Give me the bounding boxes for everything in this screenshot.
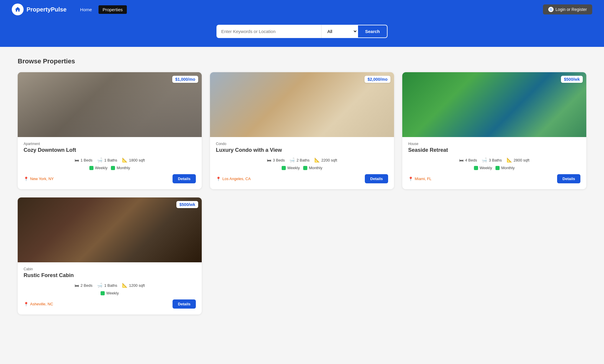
main-content: Browse Properties $1,000/mo Apartment Co… — [0, 47, 604, 325]
property-stats: 🛏 2 Beds 🛁 1 Baths 📐 1200 sqft — [24, 283, 196, 288]
sqft-stat: 📐 1200 sqft — [122, 283, 145, 288]
property-name: Cozy Downtown Loft — [24, 147, 196, 153]
baths-value: 1 Baths — [104, 158, 117, 162]
baths-stat: 🛁 1 Baths — [97, 157, 117, 163]
card-image: $500/wk — [18, 197, 202, 262]
rate-tag: Weekly — [282, 166, 300, 170]
rate-dot — [495, 166, 500, 170]
card-body: Cabin Rustic Forest Cabin 🛏 2 Beds 🛁 1 B… — [18, 262, 202, 314]
details-button[interactable]: Details — [173, 299, 196, 309]
property-stats: 🛏 4 Beds 🛁 3 Baths 📐 2800 sqft — [408, 157, 580, 163]
nav-links: Home Properties — [76, 5, 127, 14]
rate-dot — [303, 166, 307, 170]
price-badge: $500/wk — [176, 201, 198, 208]
rate-tag: Weekly — [101, 291, 119, 295]
bath-icon: 🛁 — [289, 157, 295, 163]
sqft-value: 2800 sqft — [514, 158, 530, 162]
location-icon: 📍 — [24, 177, 29, 181]
beds-stat: 🛏 1 Beds — [75, 157, 92, 163]
property-name: Rustic Forest Cabin — [24, 272, 196, 279]
bed-icon: 🛏 — [75, 283, 79, 288]
rate-dot — [89, 166, 93, 170]
bed-icon: 🛏 — [267, 158, 271, 163]
nav-link-properties[interactable]: Properties — [99, 5, 127, 14]
property-location: 📍 Los Angeles, CA — [216, 177, 251, 181]
property-location: 📍 Asheville, NC — [24, 302, 53, 307]
baths-stat: 🛁 1 Baths — [97, 283, 117, 288]
details-button[interactable]: Details — [557, 174, 580, 183]
beds-stat: 🛏 2 Beds — [75, 283, 92, 288]
card-footer: 📍 Los Angeles, CA Details — [216, 174, 388, 183]
rate-tag: Monthly — [303, 166, 322, 170]
property-stats: 🛏 1 Beds 🛁 1 Baths 📐 1800 sqft — [24, 157, 196, 163]
location-icon: 📍 — [408, 177, 413, 181]
nav-link-home[interactable]: Home — [76, 5, 96, 14]
beds-value: 2 Beds — [81, 283, 92, 288]
rate-tags: WeeklyMonthly — [408, 166, 580, 170]
sqft-stat: 📐 2800 sqft — [507, 157, 530, 163]
details-button[interactable]: Details — [173, 174, 196, 183]
search-bar: All Apartment Condo House Cabin Search — [216, 25, 388, 38]
property-card: $500/wk Cabin Rustic Forest Cabin 🛏 2 Be… — [18, 197, 202, 314]
property-card: $1,000/mo Apartment Cozy Downtown Loft 🛏… — [18, 72, 202, 189]
rate-label: Weekly — [480, 166, 492, 170]
location-icon: 📍 — [24, 302, 29, 307]
baths-value: 2 Baths — [296, 158, 309, 162]
property-image — [18, 197, 202, 262]
rate-dot — [101, 291, 105, 295]
property-image — [402, 72, 586, 137]
beds-stat: 🛏 3 Beds — [267, 157, 285, 163]
rate-label: Monthly — [309, 166, 322, 170]
beds-value: 1 Beds — [81, 158, 92, 162]
price-badge: $500/wk — [561, 76, 583, 83]
baths-stat: 🛁 3 Baths — [482, 157, 502, 163]
brand-logo[interactable]: PropertyPulse — [12, 4, 67, 15]
beds-value: 4 Beds — [465, 158, 477, 162]
card-footer: 📍 Asheville, NC Details — [24, 299, 196, 309]
rate-label: Monthly — [501, 166, 515, 170]
property-location: 📍 New York, NY — [24, 177, 54, 181]
property-type-select[interactable]: All Apartment Condo House Cabin — [321, 25, 357, 38]
google-icon: G — [548, 7, 554, 12]
sqft-value: 1200 sqft — [129, 283, 145, 288]
rate-tag: Monthly — [111, 166, 130, 170]
search-button[interactable]: Search — [357, 25, 388, 38]
ruler-icon: 📐 — [314, 157, 320, 163]
browse-title: Browse Properties — [18, 57, 586, 65]
rate-tags: WeeklyMonthly — [216, 166, 388, 170]
bath-icon: 🛁 — [482, 157, 487, 163]
login-button[interactable]: G Login or Register — [543, 4, 592, 14]
rate-dot — [474, 166, 478, 170]
baths-value: 3 Baths — [489, 158, 502, 162]
property-name: Luxury Condo with a View — [216, 147, 388, 153]
logo-icon — [12, 4, 24, 15]
property-card: $2,000/mo Condo Luxury Condo with a View… — [210, 72, 394, 189]
location-text: New York, NY — [30, 177, 54, 181]
bath-icon: 🛁 — [97, 157, 103, 163]
ruler-icon: 📐 — [122, 283, 128, 288]
beds-stat: 🛏 4 Beds — [459, 157, 477, 163]
property-type: Apartment — [24, 142, 196, 146]
sqft-value: 1800 sqft — [129, 158, 145, 162]
card-image: $500/wk — [402, 72, 586, 137]
card-body: Apartment Cozy Downtown Loft 🛏 1 Beds 🛁 … — [18, 137, 202, 189]
nav-left: PropertyPulse Home Properties — [12, 4, 127, 15]
sqft-value: 2200 sqft — [321, 158, 337, 162]
ruler-icon: 📐 — [122, 157, 128, 163]
beds-value: 3 Beds — [273, 158, 285, 162]
rate-tags: WeeklyMonthly — [24, 166, 196, 170]
price-badge: $1,000/mo — [172, 76, 198, 83]
rate-dot — [111, 166, 115, 170]
property-type: House — [408, 142, 580, 146]
search-input[interactable] — [216, 25, 321, 38]
location-text: Miami, FL — [415, 177, 431, 181]
bed-icon: 🛏 — [459, 158, 464, 163]
rate-dot — [282, 166, 286, 170]
property-stats: 🛏 3 Beds 🛁 2 Baths 📐 2200 sqft — [216, 157, 388, 163]
rate-tag: Weekly — [89, 166, 107, 170]
rate-label: Monthly — [116, 166, 130, 170]
rate-label: Weekly — [95, 166, 107, 170]
details-button[interactable]: Details — [365, 174, 388, 183]
location-text: Asheville, NC — [30, 302, 53, 306]
login-label: Login or Register — [555, 7, 587, 12]
